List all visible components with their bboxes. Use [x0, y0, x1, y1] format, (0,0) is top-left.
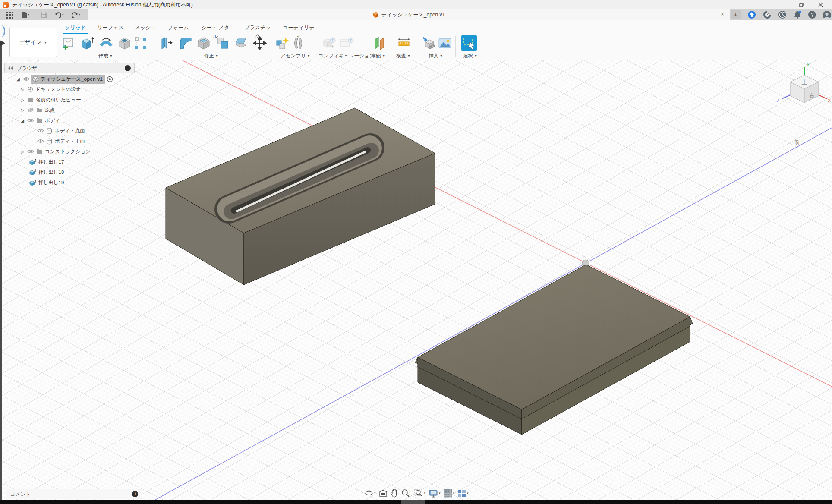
construct-group-label[interactable]: 構築▼: [371, 53, 385, 59]
select-button[interactable]: [461, 35, 477, 51]
pan-button[interactable]: [391, 489, 398, 498]
tab-solid[interactable]: ソリッド: [63, 23, 88, 34]
browser-item-extrude17[interactable]: 押し出し17: [4, 157, 135, 167]
help-icon[interactable]: ?: [808, 10, 816, 19]
split-body-icon[interactable]: [234, 36, 248, 50]
browser-item-extrude19[interactable]: 押し出し19: [4, 178, 135, 187]
visibility-eye-icon[interactable]: [37, 129, 44, 133]
close-tab-icon[interactable]: ×: [719, 11, 726, 18]
display-settings-button[interactable]: ▾: [429, 489, 441, 498]
job-status-icon[interactable]: [763, 10, 772, 19]
create-group-label[interactable]: 作成▼: [98, 53, 113, 59]
activate-radio-icon[interactable]: [107, 76, 113, 82]
configuration-table-icon[interactable]: [340, 36, 354, 50]
tab-utilities[interactable]: ユーティリティ: [281, 23, 316, 33]
view-cube[interactable]: 上 前 右 Y Z X: [777, 62, 831, 145]
visibility-off-eye-icon[interactable]: [27, 107, 34, 113]
insert-group-label[interactable]: 挿入▼: [429, 53, 443, 59]
extrude-icon[interactable]: [81, 36, 95, 50]
create-sketch-icon[interactable]: [62, 36, 76, 50]
zoom-button[interactable]: ±: [401, 489, 411, 498]
new-tab-button[interactable]: +: [731, 10, 741, 19]
expander-open-icon[interactable]: ◢: [20, 118, 25, 123]
browser-item-origin[interactable]: ▷ 原点: [4, 105, 135, 115]
ribbon-separator: [315, 36, 315, 57]
assemble-group-label[interactable]: アセンブリ▼: [280, 53, 310, 59]
tab-surface[interactable]: サーフェス: [97, 23, 124, 33]
pattern-icon[interactable]: [134, 36, 148, 50]
tab-form[interactable]: フォーム: [167, 23, 190, 33]
grid-snap-button[interactable]: ▾: [444, 489, 455, 498]
fusion-cube-icon: [373, 12, 379, 18]
fillet-icon[interactable]: [179, 36, 192, 50]
tab-plastic[interactable]: プラスチック: [243, 23, 272, 33]
document-tab[interactable]: ティッシュケース_open v1 ×: [88, 9, 730, 20]
look-at-button[interactable]: [379, 489, 388, 497]
browser-item-document-settings[interactable]: ▷ ドキュメントの設定: [4, 85, 135, 94]
expander-open-icon[interactable]: ◢: [16, 77, 21, 82]
browser-item-extrude18[interactable]: 押し出し18: [4, 167, 135, 177]
save-button[interactable]: [41, 10, 47, 19]
notifications-icon[interactable]: [793, 10, 802, 19]
fit-button[interactable]: ▾: [414, 489, 426, 498]
gear-icon: [27, 86, 33, 92]
restore-button[interactable]: [792, 0, 811, 9]
collapse-panel-icon[interactable]: [8, 66, 13, 70]
shell-icon[interactable]: [197, 36, 211, 50]
close-button[interactable]: [811, 0, 830, 9]
inspect-group-label[interactable]: 検査▼: [396, 53, 410, 59]
construction-plane-icon[interactable]: [372, 36, 386, 50]
workspace-selector[interactable]: デザイン ▼: [9, 28, 57, 57]
revolve-icon[interactable]: [99, 36, 113, 50]
profile-avatar[interactable]: [822, 10, 831, 19]
new-component-icon[interactable]: [275, 36, 289, 50]
viewports-button[interactable]: ▾: [457, 489, 469, 497]
browser-item-body-top[interactable]: ボディ・上面: [4, 136, 135, 146]
tab-sheet-metal[interactable]: シート メタル: [199, 23, 231, 33]
modify-group-label[interactable]: 修正▼: [204, 53, 218, 59]
file-menu-button[interactable]: ▾: [22, 10, 29, 19]
visibility-eye-icon[interactable]: [27, 118, 34, 123]
orbit-button[interactable]: ▾: [365, 489, 376, 498]
browser-item-construction[interactable]: ▷ コンストラクション: [4, 147, 135, 156]
browser-item-root[interactable]: ◢ ティッシュケース_open v1: [4, 74, 135, 84]
body-bottom-plate[interactable]: [415, 265, 693, 435]
expander-closed-icon[interactable]: ▷: [20, 87, 25, 92]
comment-bar[interactable]: コメント +: [6, 489, 142, 499]
configuration-group-label[interactable]: コンフィギュレーション▼: [318, 53, 378, 59]
recent-activity-icon[interactable]: [778, 10, 787, 19]
collapse-all-icon[interactable]: −: [125, 65, 131, 71]
add-comment-icon[interactable]: +: [132, 491, 138, 497]
visibility-eye-icon[interactable]: [27, 149, 34, 154]
minimize-button[interactable]: [773, 0, 792, 9]
hole-icon[interactable]: [118, 36, 132, 50]
workspace-label: デザイン: [19, 39, 41, 46]
combine-icon[interactable]: [216, 36, 230, 50]
undo-button[interactable]: ▾: [54, 10, 64, 19]
viewports-icon: [457, 489, 466, 497]
browser-item-body-bottom[interactable]: ボディ・底面: [4, 126, 135, 135]
expander-closed-icon[interactable]: ▷: [20, 108, 25, 113]
expander-closed-icon[interactable]: ▷: [20, 149, 25, 154]
visibility-eye-icon[interactable]: [23, 77, 30, 81]
joint-icon[interactable]: [291, 36, 305, 50]
redo-button[interactable]: ▾: [71, 10, 80, 19]
select-group-label[interactable]: 選択▼: [463, 53, 477, 59]
app-grid-icon[interactable]: [6, 10, 13, 19]
move-icon[interactable]: [253, 36, 267, 50]
browser-item-bodies[interactable]: ◢ ボディ: [4, 116, 135, 125]
visibility-eye-icon[interactable]: [37, 139, 44, 143]
canvas-image-icon[interactable]: [438, 36, 452, 50]
expander-closed-icon[interactable]: ▷: [20, 98, 25, 102]
insert-derive-icon[interactable]: [422, 36, 435, 50]
extensions-icon[interactable]: [747, 10, 756, 19]
configuration-icon[interactable]: [322, 36, 336, 50]
browser-header[interactable]: ブラウザ −: [4, 63, 135, 73]
body-top-box[interactable]: [166, 108, 435, 285]
browser-item-named-views[interactable]: ▷ 名前の付いたビュー: [4, 95, 135, 104]
press-pull-icon[interactable]: [159, 36, 173, 50]
viewport-canvas[interactable]: 上 前 右 Y Z X ブラウザ − ◢: [0, 60, 832, 504]
measure-icon[interactable]: [397, 36, 411, 50]
browser-panel: ブラウザ − ◢ ティッシュケース_open v1: [4, 63, 135, 187]
tab-mesh[interactable]: メッシュ: [135, 23, 156, 33]
